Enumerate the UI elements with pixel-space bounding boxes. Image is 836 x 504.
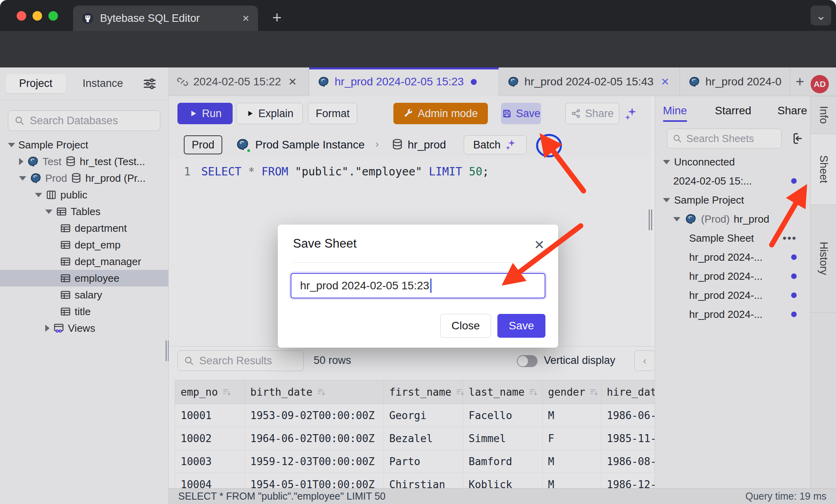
browser-tab-title: Bytebase SQL Editor — [100, 12, 236, 25]
browser-toolbar: localhost:8080/sql-editor/prod-sample-in… — [0, 31, 836, 67]
dialog-close-icon[interactable]: ✕ — [534, 237, 545, 252]
window-close-button[interactable] — [17, 11, 26, 21]
dialog-save-button[interactable]: Save — [497, 314, 545, 338]
sheet-name-value: hr_prod 2024-02-05 15:23 — [300, 279, 429, 292]
sheet-name-input[interactable]: hr_prod 2024-02-05 15:23 — [291, 273, 545, 298]
dialog-close-button[interactable]: Close — [440, 314, 491, 338]
close-tab-icon[interactable]: × — [242, 12, 249, 24]
window-zoom-button[interactable] — [48, 11, 58, 21]
tab-search-chevron-button[interactable]: ⌄ — [811, 6, 831, 25]
window-minimize-button[interactable] — [33, 11, 42, 21]
dialog-title: Save Sheet — [293, 237, 543, 251]
text-caret — [430, 279, 431, 293]
new-tab-button[interactable]: + — [272, 10, 281, 25]
bytebase-favicon — [82, 12, 94, 24]
browser-titlebar: Bytebase SQL Editor × + ⌄ — [0, 0, 836, 31]
browser-tab[interactable]: Bytebase SQL Editor × — [73, 6, 258, 31]
save-sheet-dialog: Save Sheet ✕ hr_prod 2024-02-05 15:23 Cl… — [278, 225, 558, 348]
